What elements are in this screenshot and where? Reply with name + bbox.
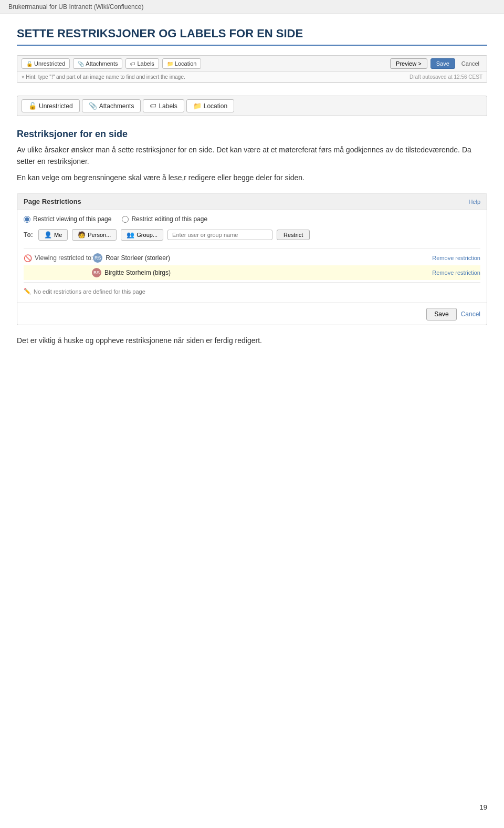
page-restrictions-box: Page Restrictions Help Restrict viewing … bbox=[17, 193, 487, 325]
page-restrictions-body: Restrict viewing of this page Restrict e… bbox=[17, 210, 487, 302]
user-avatar-1: RS bbox=[93, 253, 102, 263]
divider-2 bbox=[24, 282, 480, 283]
attachment-icon-bottom: 📎 bbox=[89, 102, 97, 110]
to-label: To: bbox=[24, 231, 34, 239]
user-entry-1: RS Roar Storleer (storleer) Remove restr… bbox=[93, 253, 480, 263]
radio-view-label: Restrict viewing of this page bbox=[33, 215, 111, 223]
radio-restrict-view[interactable]: Restrict viewing of this page bbox=[24, 215, 111, 223]
restrict-button[interactable]: Restrict bbox=[277, 230, 310, 240]
restriction-row-2: BS Birgitte Storheim (birgs) Remove rest… bbox=[24, 265, 480, 280]
me-icon: 👤 bbox=[44, 231, 52, 239]
tab-location-small[interactable]: 📁 Location bbox=[162, 58, 202, 69]
folder-icon-bottom: 📁 bbox=[193, 102, 202, 110]
bottom-toolbar: 🔓 Unrestricted 📎 Attachments 🏷 Labels 📁 … bbox=[17, 96, 487, 116]
edit-icon: ✏️ bbox=[24, 288, 31, 295]
help-link[interactable]: Help bbox=[468, 199, 480, 205]
footer-note: Det er viktig å huske og oppheve restrik… bbox=[17, 335, 487, 346]
prose-heading-1: Restriksjoner for en side bbox=[17, 129, 487, 140]
page-number: 19 bbox=[480, 803, 504, 820]
cancel-restrictions-button[interactable]: Cancel bbox=[461, 310, 480, 318]
radio-row: Restrict viewing of this page Restrict e… bbox=[24, 215, 480, 223]
prose-para-2: En kan velge om begrensningene skal være… bbox=[17, 172, 487, 183]
restriction-row-1: 🚫 Viewing restricted to: RS Roar Storlee… bbox=[24, 251, 480, 265]
radio-edit-label: Restrict editing of this page bbox=[131, 215, 207, 223]
page-restrictions-footer: Save Cancel bbox=[17, 302, 487, 325]
user-group-input[interactable] bbox=[167, 230, 272, 240]
breadcrumb-bar: Brukermanual for UB Intranett (Wiki/Conf… bbox=[0, 0, 504, 14]
prose-para-1: Av ulike årsaker ønsker man å sette rest… bbox=[17, 144, 487, 168]
tab-labels-bottom[interactable]: 🏷 Labels bbox=[143, 99, 184, 112]
person-icon: 🧑 bbox=[78, 231, 86, 239]
user2-name: Birgitte Storheim (birgs) bbox=[104, 269, 171, 276]
tab-labels-small[interactable]: 🏷 Labels bbox=[125, 58, 159, 69]
toolbar-actions-right: Preview > Save Cancel bbox=[390, 58, 482, 69]
save-button-small[interactable]: Save bbox=[430, 58, 455, 69]
lock-icon-small: 🔓 bbox=[26, 61, 33, 67]
user-entry-2: BS Birgitte Storheim (birgs) Remove rest… bbox=[92, 268, 480, 277]
me-button[interactable]: 👤 Me bbox=[38, 229, 68, 241]
remove-restriction-1[interactable]: Remove restriction bbox=[432, 255, 480, 261]
to-row: To: 👤 Me 🧑 Person... 👥 Group... Restrict bbox=[24, 229, 480, 241]
editor-screenshot: 🔓 Unrestricted 📎 Attachments 🏷 Labels 📁 … bbox=[17, 55, 487, 83]
label-icon-small: 🏷 bbox=[130, 61, 135, 67]
draft-autosaved-text: Draft autosaved at 12:56 CEST bbox=[410, 74, 482, 80]
remove-restriction-2[interactable]: Remove restriction bbox=[432, 270, 480, 276]
no-edit-text: No edit restrictions are defined for thi… bbox=[34, 288, 145, 295]
viewing-restricted-label: 🚫 Viewing restricted to: bbox=[24, 254, 93, 262]
section-heading: SETTE RESTRIKSJONER OG LABELS FOR EN SID… bbox=[17, 27, 487, 46]
group-button[interactable]: 👥 Group... bbox=[121, 229, 163, 241]
tab-unrestricted-small[interactable]: 🔓 Unrestricted bbox=[22, 58, 70, 69]
lock-icon-bottom: 🔓 bbox=[28, 102, 37, 110]
user-avatar-2: BS bbox=[92, 268, 101, 277]
viewing-icon: 🚫 bbox=[24, 254, 32, 262]
folder-icon-small: 📁 bbox=[167, 61, 173, 67]
tab-location-bottom[interactable]: 📁 Location bbox=[186, 99, 234, 112]
save-restrictions-button[interactable]: Save bbox=[426, 308, 456, 320]
person-button[interactable]: 🧑 Person... bbox=[72, 229, 117, 241]
page-restrictions-title: Page Restrictions bbox=[24, 198, 81, 205]
prose-section-1: Restriksjoner for en side Av ulike årsak… bbox=[17, 129, 487, 183]
toolbar-tabs-left: 🔓 Unrestricted 📎 Attachments 🏷 Labels 📁 … bbox=[22, 58, 201, 69]
radio-edit-input[interactable] bbox=[122, 216, 129, 223]
tab-attachments-bottom[interactable]: 📎 Attachments bbox=[82, 99, 141, 112]
attachment-icon-small: 📎 bbox=[78, 61, 84, 67]
editor-hint-text: » Hint: type "!" and part of an image na… bbox=[22, 74, 185, 80]
editor-hint-bar: » Hint: type "!" and part of an image na… bbox=[17, 72, 487, 82]
tab-unrestricted-bottom[interactable]: 🔓 Unrestricted bbox=[22, 99, 80, 112]
user1-name: Roar Storleer (storleer) bbox=[106, 254, 170, 262]
no-edit-row: ✏️ No edit restrictions are defined for … bbox=[24, 285, 480, 297]
radio-restrict-edit[interactable]: Restrict editing of this page bbox=[122, 215, 207, 223]
divider-1 bbox=[24, 248, 480, 249]
breadcrumb: Brukermanual for UB Intranett (Wiki/Conf… bbox=[8, 3, 143, 11]
preview-button[interactable]: Preview > bbox=[390, 58, 427, 69]
page-restrictions-header: Page Restrictions Help bbox=[17, 193, 487, 210]
label-icon-bottom: 🏷 bbox=[150, 102, 156, 110]
tab-attachments-small[interactable]: 📎 Attachments bbox=[73, 58, 122, 69]
group-icon: 👥 bbox=[127, 231, 134, 239]
cancel-button-small[interactable]: Cancel bbox=[458, 59, 482, 68]
editor-toolbar-top: 🔓 Unrestricted 📎 Attachments 🏷 Labels 📁 … bbox=[17, 56, 487, 72]
radio-view-input[interactable] bbox=[24, 216, 30, 223]
